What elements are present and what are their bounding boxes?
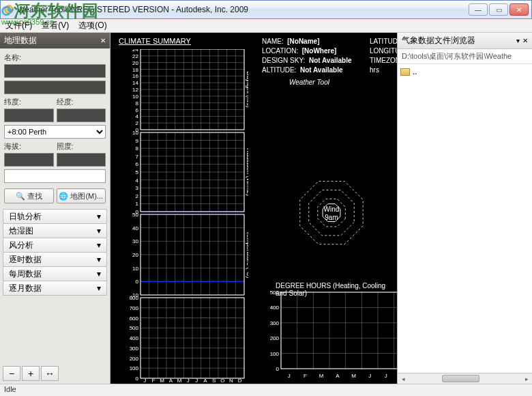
file-list[interactable]: .. xyxy=(398,64,532,373)
scrollbar-thumb[interactable] xyxy=(442,375,479,382)
svg-text:30: 30 xyxy=(132,238,138,244)
svg-text:18: 18 xyxy=(132,67,138,73)
svg-text:700: 700 xyxy=(130,305,139,311)
svg-text:0: 0 xyxy=(136,376,139,382)
svg-text:10: 10 xyxy=(132,266,138,272)
climate-summary-chart: 024681012141618202224Daylight (hrs)01234… xyxy=(119,49,248,384)
status-bar: Idle xyxy=(0,384,532,396)
illum-label: 照度: xyxy=(57,141,106,152)
acc-wind[interactable]: 风分析▾ xyxy=(3,238,107,253)
svg-text:2: 2 xyxy=(136,120,139,126)
svg-text:8: 8 xyxy=(136,100,139,107)
svg-text:500: 500 xyxy=(270,291,280,296)
lon-input[interactable] xyxy=(57,109,106,122)
svg-text:A: A xyxy=(336,373,340,379)
find-button[interactable]: 🔍查找 xyxy=(4,188,54,203)
degree-hours-chart: 01002003004005000kB2k4k6k8kJFMAMJJASOND xyxy=(262,291,397,384)
svg-text:6: 6 xyxy=(136,161,139,167)
zoom-in-button[interactable]: + xyxy=(22,366,40,381)
svg-text:N: N xyxy=(229,378,233,384)
svg-text:O: O xyxy=(220,378,224,384)
pin-icon[interactable]: ▾ xyxy=(516,37,520,44)
window-title: Weather ToolUNREGISTERED VERSION - Autod… xyxy=(17,5,469,14)
zoom-out-button[interactable]: − xyxy=(3,366,20,381)
svg-text:1: 1 xyxy=(136,201,139,207)
timezone-select[interactable]: +8:00 Perth xyxy=(4,125,106,139)
chevron-down-icon: ▾ xyxy=(97,269,101,279)
svg-text:8: 8 xyxy=(136,145,139,152)
acc-hourly[interactable]: 逐时数据▾ xyxy=(3,252,107,267)
alt-input[interactable] xyxy=(4,153,54,167)
acc-weekly[interactable]: 每周数据▾ xyxy=(3,266,107,281)
info-block: NAME: [NoName] LOCATION: [NoWhere] DESIG… xyxy=(262,37,352,87)
svg-text:50: 50 xyxy=(132,212,138,218)
info-block-2: LATITUDE: 0.0 LONGITUDE: 0.0 TIMEZONE: 0… xyxy=(370,37,397,75)
horizontal-scrollbar[interactable]: ◂ ▸ xyxy=(398,373,532,384)
menu-file[interactable]: 文件(F) xyxy=(3,20,35,31)
name-input-2[interactable] xyxy=(4,81,106,94)
svg-text:14: 14 xyxy=(132,80,138,86)
menu-options[interactable]: 选项(O) xyxy=(76,20,109,31)
left-panel-title: 地理数据 xyxy=(4,35,37,46)
extra-input[interactable] xyxy=(4,169,106,183)
svg-text:S: S xyxy=(212,378,216,384)
scroll-right-icon[interactable]: ▸ xyxy=(521,373,532,384)
acc-psychro[interactable]: 焓湿图▾ xyxy=(3,223,107,238)
lat-label: 纬度: xyxy=(4,97,54,107)
map-button[interactable]: 🌐地图(M)... xyxy=(57,188,106,203)
svg-text:Radiation (W/m2): Radiation (W/m2) xyxy=(246,148,248,196)
svg-text:A: A xyxy=(203,378,207,384)
search-icon: 🔍 xyxy=(16,192,25,201)
name-label: 名称: xyxy=(4,53,106,63)
chevron-down-icon: ▾ xyxy=(97,226,101,236)
app-icon xyxy=(3,4,14,15)
right-panel-title: 气象数据文件浏览器 xyxy=(402,35,475,46)
right-panel-close-icon[interactable]: ✕ xyxy=(522,37,528,44)
chevron-down-icon: ▾ xyxy=(97,255,101,264)
chevron-down-icon: ▾ xyxy=(97,283,101,293)
svg-text:600: 600 xyxy=(130,315,139,322)
svg-text:20: 20 xyxy=(132,252,138,258)
svg-text:800: 800 xyxy=(130,295,139,301)
svg-text:3: 3 xyxy=(136,185,139,191)
menubar: 文件(F) 查看(V) 选项(O) xyxy=(0,19,532,33)
menu-view[interactable]: 查看(V) xyxy=(39,20,72,31)
svg-text:Temperature (°C): Temperature (°C) xyxy=(246,231,248,278)
path-bar: D:\tools\桌面\河东软件园\Weathe xyxy=(398,49,532,64)
svg-text:J: J xyxy=(368,373,371,379)
file-item-parent[interactable]: .. xyxy=(400,67,529,76)
svg-rect-197 xyxy=(281,292,397,369)
svg-text:Wind: Wind xyxy=(324,206,340,213)
svg-text:J: J xyxy=(385,373,387,379)
right-panel: 气象数据文件浏览器 ▾ ✕ D:\tools\桌面\河东软件园\Weathe .… xyxy=(397,33,532,384)
right-panel-header: 气象数据文件浏览器 ▾ ✕ xyxy=(398,33,532,49)
scroll-left-icon[interactable]: ◂ xyxy=(398,373,409,384)
svg-text:200: 200 xyxy=(270,335,280,341)
maximize-button[interactable]: ▭ xyxy=(489,3,508,16)
illum-input[interactable] xyxy=(57,153,106,167)
folder-icon xyxy=(400,68,410,76)
chevron-down-icon: ▾ xyxy=(97,212,101,221)
alt-label: 海拔: xyxy=(4,141,54,152)
left-panel-header: 地理数据 ✕ xyxy=(0,33,110,48)
acc-monthly[interactable]: 逐月数据▾ xyxy=(3,281,107,296)
close-button[interactable]: ✕ xyxy=(509,3,529,16)
lon-label: 经度: xyxy=(57,97,106,107)
lat-input[interactable] xyxy=(4,109,54,122)
acc-sun-path[interactable]: 日轨分析▾ xyxy=(3,209,107,224)
svg-text:10: 10 xyxy=(132,130,138,136)
svg-text:A: A xyxy=(169,378,173,384)
svg-text:9am: 9am xyxy=(325,214,338,221)
svg-text:M: M xyxy=(351,373,356,379)
name-input[interactable] xyxy=(4,64,106,78)
chevron-down-icon: ▾ xyxy=(97,240,101,250)
svg-text:40: 40 xyxy=(132,225,138,231)
svg-text:J: J xyxy=(143,378,146,384)
left-panel-close-icon[interactable]: ✕ xyxy=(100,37,106,44)
svg-text:D: D xyxy=(238,378,242,384)
svg-text:16: 16 xyxy=(132,73,138,79)
svg-text:100: 100 xyxy=(270,351,280,357)
minimize-button[interactable]: — xyxy=(469,3,488,16)
zoom-ext-button[interactable]: ↔ xyxy=(41,366,59,381)
left-panel: 地理数据 ✕ 名称: 纬度: 经度: +8:00 Perth 海拔: 照度: 🔍… xyxy=(0,33,110,384)
